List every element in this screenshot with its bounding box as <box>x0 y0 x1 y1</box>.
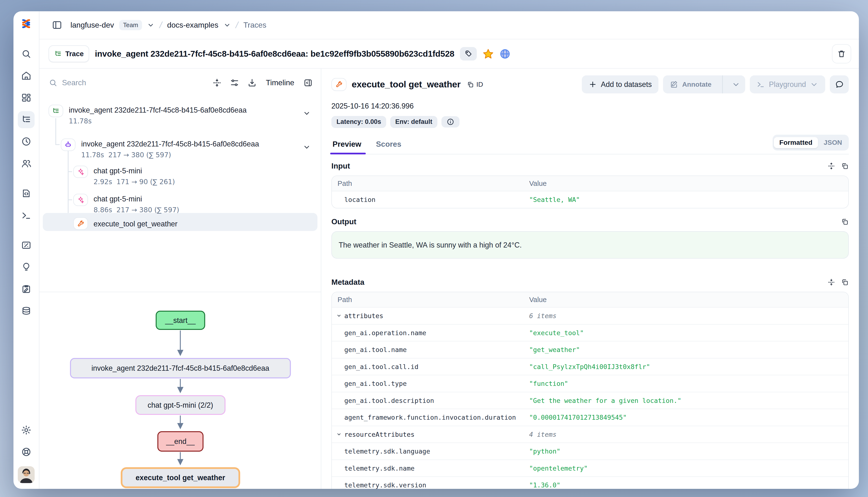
datasets-icon[interactable] <box>18 302 35 319</box>
download-button[interactable] <box>247 78 257 88</box>
copy-icon[interactable] <box>841 278 849 286</box>
annotate-button[interactable]: Annotate <box>663 75 718 94</box>
span-title: chat gpt-5-mini <box>94 195 142 203</box>
search-icon[interactable] <box>18 45 35 62</box>
public-globe-icon[interactable] <box>499 48 511 59</box>
annotation-queues-icon[interactable] <box>18 281 35 297</box>
input-section-header: Input <box>331 161 849 170</box>
graph-node-invoke-agent[interactable]: invoke_agent 232de211-7fcf-45c8-b415-6af… <box>70 358 291 378</box>
table-row[interactable]: telemetry.sdk.name "opentelemetry" <box>332 460 848 477</box>
metadata-row-value: "call_PsylzxTpQh4i00IJ3t0x8flr" <box>524 358 849 375</box>
expand-icon[interactable] <box>827 162 835 170</box>
settings-icon[interactable] <box>18 422 35 438</box>
dashboards-icon[interactable] <box>18 89 35 106</box>
copy-id-button[interactable]: ID <box>467 81 483 88</box>
user-avatar[interactable] <box>18 466 35 483</box>
metadata-row-value: "0.000017417012713849545" <box>524 409 849 426</box>
tracing-icon[interactable] <box>18 111 35 128</box>
metadata-row-value: 6 items <box>524 308 849 325</box>
tree-toolbar: Timeline <box>39 69 321 97</box>
trace-type-chip: Trace <box>49 45 89 62</box>
metadata-row-path: gen_ai.tool.type <box>332 375 523 392</box>
table-row[interactable]: gen_ai.tool.description "Get the weather… <box>332 392 848 409</box>
breadcrumb-org[interactable]: langfuse-dev <box>70 20 114 30</box>
plus-icon <box>589 80 597 89</box>
playground-icon[interactable] <box>18 207 35 224</box>
support-icon[interactable] <box>18 443 35 460</box>
table-row[interactable]: resourceAttributes 4 items <box>332 426 848 443</box>
table-row[interactable]: attributes 6 items <box>332 308 848 325</box>
span-row-agent[interactable]: invoke_agent 232de211-7fcf-45c8-b415-6af… <box>39 131 321 157</box>
tab-preview[interactable]: Preview <box>331 137 362 154</box>
input-col-value: Value <box>524 176 849 191</box>
span-row-chat-2[interactable]: chat gpt-5-mini 8.86s 217 → 380 (∑ 597) <box>39 187 321 213</box>
table-row[interactable]: gen_ai.tool.name "get_weather" <box>332 341 848 358</box>
table-row[interactable]: gen_ai.tool.call.id "call_PsylzxTpQh4i00… <box>332 358 848 375</box>
chevron-down-icon[interactable] <box>223 22 231 29</box>
trace-tree-icon <box>54 50 62 58</box>
breadcrumb-section[interactable]: Traces <box>244 20 266 30</box>
breadcrumb-project[interactable]: docs-examples <box>167 20 218 30</box>
sidebar-toggle-icon[interactable] <box>49 17 65 33</box>
tab-scores[interactable]: Scores <box>375 137 402 154</box>
span-meta: 11.78s <box>69 117 92 125</box>
copy-icon[interactable] <box>841 162 849 170</box>
span-list: invoke_agent 232de211-7fcf-45c8-b415-6af… <box>39 97 321 292</box>
search-input[interactable] <box>62 78 124 87</box>
evaluation-icon[interactable] <box>18 237 35 254</box>
metadata-heading: Metadata <box>331 278 364 287</box>
graph-node-start[interactable]: __start__ <box>155 311 205 330</box>
graph-node-execute-tool[interactable]: execute_tool get_weather <box>121 467 240 488</box>
table-row[interactable]: telemetry.sdk.language "python" <box>332 443 848 460</box>
add-to-datasets-button[interactable]: Add to datasets <box>582 75 659 94</box>
chevron-down-icon[interactable] <box>147 22 154 29</box>
home-icon[interactable] <box>18 67 35 84</box>
terminal-icon <box>757 80 765 89</box>
generation-icon <box>73 166 88 178</box>
observation-badges: Latency: 0.00s Env: default <box>331 116 849 128</box>
info-badge[interactable] <box>441 116 459 127</box>
users-icon[interactable] <box>18 155 35 172</box>
collapse-all-button[interactable] <box>212 78 222 88</box>
span-search[interactable] <box>49 78 205 87</box>
delete-trace-button[interactable] <box>832 44 851 63</box>
timeline-toggle[interactable]: Timeline <box>266 78 294 87</box>
bookmark-star-icon[interactable] <box>483 48 494 59</box>
chevron-down-icon <box>732 80 740 89</box>
metadata-row-value: "python" <box>524 443 849 460</box>
graph-node-chat[interactable]: chat gpt-5-mini (2/2) <box>135 395 225 415</box>
playground-button[interactable]: Playground <box>750 75 825 94</box>
annotate-dropdown-button[interactable] <box>727 75 745 94</box>
trace-badge-label: Trace <box>65 50 84 58</box>
table-row: location "Seattle, WA" <box>332 191 848 208</box>
metadata-col-path: Path <box>332 292 523 308</box>
collapse-panel-button[interactable] <box>303 78 313 88</box>
annotate-label: Annotate <box>682 81 712 88</box>
format-formatted[interactable]: Formatted <box>774 137 818 148</box>
agent-robot-icon <box>61 139 75 151</box>
display-settings-button[interactable] <box>230 78 239 88</box>
tags-button[interactable] <box>460 47 477 60</box>
table-row[interactable]: gen_ai.tool.type "function" <box>332 375 848 392</box>
copy-icon[interactable] <box>841 218 849 226</box>
chevron-down-icon[interactable] <box>303 143 311 151</box>
format-json[interactable]: JSON <box>818 137 848 148</box>
output-value: The weather in Seattle, WA is sunny with… <box>331 231 849 259</box>
table-row[interactable]: agent_framework.function.invocation.dura… <box>332 409 848 426</box>
span-row-tool[interactable]: execute_tool get_weather <box>39 215 321 233</box>
span-title: invoke_agent 232de211-7fcf-45c8-b415-6af… <box>81 140 259 148</box>
table-row[interactable]: gen_ai.operation.name "execute_tool" <box>332 325 848 342</box>
span-row-chat-1[interactable]: chat gpt-5-mini 2.92s 171 → 90 (∑ 261) <box>39 159 321 185</box>
breadcrumb: langfuse-dev Team / docs-examples / Trac… <box>39 11 859 39</box>
org-plan-badge: Team <box>119 20 142 30</box>
collapse-icon[interactable] <box>827 278 835 286</box>
chevron-down-icon[interactable] <box>303 109 311 117</box>
input-heading: Input <box>331 161 350 170</box>
prompts-icon[interactable] <box>18 185 35 202</box>
graph-node-end[interactable]: __end__ <box>157 431 203 451</box>
comments-button[interactable] <box>830 75 849 94</box>
evaluators-icon[interactable] <box>18 259 35 275</box>
sessions-icon[interactable] <box>18 133 35 150</box>
table-row[interactable]: telemetry.sdk.version "1.36.0" <box>332 477 848 488</box>
span-row-root[interactable]: invoke_agent 232de211-7fcf-45c8-b415-6af… <box>39 102 321 128</box>
